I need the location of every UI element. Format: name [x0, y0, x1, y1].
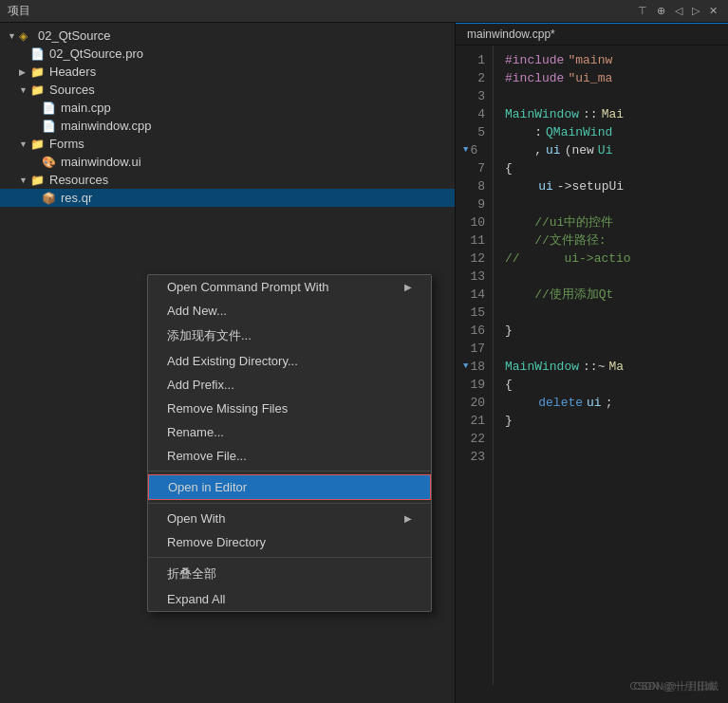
line-num-2: 2: [463, 69, 485, 87]
file-pro-icon: 📄: [30, 47, 46, 61]
code-line-11: //文件路径:: [505, 231, 717, 250]
folder-headers-icon: 📁: [30, 65, 46, 79]
context-menu: Open Command Prompt With ▶ Add New... 添加…: [147, 274, 432, 612]
line-num-12: 12: [463, 250, 485, 268]
context-menu-sep3: [148, 557, 431, 558]
tree-label-res-qr: res.qr: [61, 191, 92, 205]
code-line-6: , ui (new Ui: [505, 141, 717, 159]
code-line-2: #include "ui_ma: [505, 69, 717, 87]
line-num-21: 21: [463, 412, 485, 430]
tree-arrow-headers: ▶: [19, 67, 30, 77]
context-menu-add-existing-dir[interactable]: Add Existing Directory...: [148, 349, 431, 373]
file-mainwindow-cpp-icon: 📄: [42, 120, 57, 133]
line-num-13: 13: [463, 268, 485, 286]
line-num-20: 20: [463, 394, 485, 412]
context-menu-collapse-all-label: 折叠全部: [167, 565, 216, 583]
code-line-22: [505, 430, 717, 448]
context-menu-expand-all[interactable]: Expand All: [148, 587, 431, 611]
tree-item-mainwindow-ui[interactable]: 🎨 mainwindow.ui: [0, 153, 455, 171]
tree-label-main-cpp: main.cpp: [61, 101, 111, 115]
line-num-7: 7: [463, 159, 485, 177]
context-menu-remove-file[interactable]: Remove File...: [148, 444, 431, 468]
tree-arrow-root: ▼: [8, 31, 19, 41]
nav-forward-icon[interactable]: ▷: [689, 4, 702, 18]
context-menu-expand-all-label: Expand All: [167, 592, 225, 606]
context-menu-open-cmd-arrow: ▶: [404, 282, 412, 292]
tree-item-pro[interactable]: 📄 02_QtSource.pro: [0, 45, 455, 63]
context-menu-sep1: [148, 471, 431, 472]
code-line-19: {: [505, 376, 717, 394]
code-line-10: //ui中的控件: [505, 213, 717, 231]
tree-label-mainwindow-cpp: mainwindow.cpp: [61, 119, 151, 133]
line-num-16: 16: [463, 322, 485, 340]
tree-item-headers[interactable]: ▶ 📁 Headers: [0, 63, 455, 81]
code-line-18: MainWindow ::~ Ma: [505, 358, 717, 376]
line-num-8: 8: [463, 177, 485, 195]
tree-item-mainwindow-cpp[interactable]: 📄 mainwindow.cpp: [0, 117, 455, 135]
code-content: #include "mainw #include "ui_ma MainWind…: [494, 46, 728, 685]
tree-item-root[interactable]: ▼ ◈ 02_QtSource: [0, 27, 455, 45]
editor-tab-mainwindow[interactable]: mainwindow.cpp*: [456, 23, 728, 46]
file-res-icon: 📦: [42, 192, 57, 205]
code-line-17: [505, 340, 717, 358]
context-menu-open-cmd[interactable]: Open Command Prompt With ▶: [148, 275, 431, 299]
context-menu-remove-directory[interactable]: Remove Directory: [148, 530, 431, 554]
code-line-7: {: [505, 159, 717, 177]
line-num-5: 5: [463, 123, 485, 141]
context-menu-open-with-arrow: ▶: [404, 513, 412, 524]
context-menu-add-existing-file-label: 添加现有文件...: [167, 327, 252, 344]
context-menu-remove-file-label: Remove File...: [167, 449, 247, 463]
context-menu-add-new-label: Add New...: [167, 304, 227, 318]
tree-item-sources[interactable]: ▼ 📁 Sources: [0, 81, 455, 99]
tree-label-headers: Headers: [49, 65, 96, 79]
context-menu-open-with[interactable]: Open With ▶: [148, 507, 431, 530]
context-menu-rename[interactable]: Rename...: [148, 420, 431, 444]
file-mainwindow-ui-icon: 🎨: [42, 156, 57, 169]
line-num-22: 22: [463, 430, 485, 448]
line-num-11: 11: [463, 231, 485, 250]
tree-label-pro: 02_QtSource.pro: [49, 46, 143, 61]
line-num-3: 3: [463, 87, 485, 105]
line-numbers: 1 2 3 4 5 ▼6 7 8 9 10 11 12 13 14 15 16 …: [456, 46, 494, 685]
code-line-4: MainWindow :: Mai: [505, 105, 717, 123]
tree-label-forms: Forms: [49, 137, 84, 151]
filter-icon[interactable]: ⊤: [635, 4, 650, 18]
nav-back-icon[interactable]: ◁: [672, 4, 685, 18]
tree-item-resources[interactable]: ▼ 📁 Resources: [0, 171, 455, 189]
code-line-14: //使用添加Qt: [505, 286, 717, 304]
context-menu-open-with-label: Open With: [167, 511, 225, 526]
context-menu-open-in-editor[interactable]: Open in Editor: [148, 474, 431, 500]
code-area: 1 2 3 4 5 ▼6 7 8 9 10 11 12 13 14 15 16 …: [456, 46, 728, 685]
context-menu-open-in-editor-label: Open in Editor: [168, 480, 247, 494]
tree-item-main-cpp[interactable]: 📄 main.cpp: [0, 99, 455, 117]
title-bar-label: 项目: [8, 3, 30, 19]
tree-label-root: 02_QtSource: [38, 28, 111, 43]
context-menu-rename-label: Rename...: [167, 425, 224, 439]
code-line-3: [505, 87, 717, 105]
watermark: CSDN @十月旧城: [448, 677, 720, 695]
line-num-23: 23: [463, 448, 485, 466]
line-num-1: 1: [463, 51, 485, 69]
link-icon[interactable]: ⊕: [654, 4, 668, 18]
folder-forms-icon: 📁: [30, 138, 46, 151]
code-line-13: [505, 268, 717, 286]
project-icon: ◈: [19, 29, 34, 43]
context-menu-add-existing-file[interactable]: 添加现有文件...: [148, 323, 431, 349]
context-menu-add-prefix[interactable]: Add Prefix...: [148, 373, 431, 397]
code-line-9: [505, 195, 717, 213]
file-main-cpp-icon: 📄: [42, 102, 57, 115]
tree-item-forms[interactable]: ▼ 📁 Forms: [0, 135, 455, 153]
main-layout: ▼ ◈ 02_QtSource 📄 02_QtSource.pro ▶ 📁 He…: [0, 23, 728, 703]
code-line-8: ui ->setupUi: [505, 177, 717, 195]
context-menu-open-cmd-label: Open Command Prompt With: [167, 280, 329, 294]
code-line-21: }: [505, 412, 717, 430]
context-menu-collapse-all[interactable]: 折叠全部: [148, 561, 431, 587]
folder-resources-icon: 📁: [30, 174, 46, 187]
code-line-16: }: [505, 322, 717, 340]
tree-item-res-qr[interactable]: 📦 res.qr: [0, 189, 455, 207]
line-num-18: ▼18: [463, 358, 485, 376]
context-menu-remove-missing[interactable]: Remove Missing Files: [148, 397, 431, 420]
close-icon[interactable]: ✕: [706, 4, 720, 18]
line-num-4: 4: [463, 105, 485, 123]
context-menu-add-new[interactable]: Add New...: [148, 299, 431, 323]
